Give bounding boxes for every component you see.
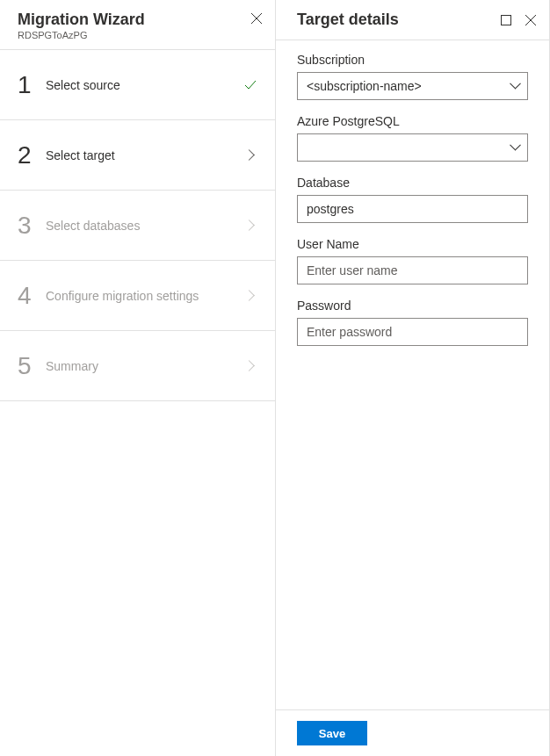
field-azure-postgresql: Azure PostgreSQL — [297, 114, 528, 162]
save-button[interactable]: Save — [297, 721, 367, 745]
field-username: User Name — [297, 237, 528, 284]
step-label: Select source — [46, 78, 257, 92]
password-label: Password — [297, 299, 528, 313]
wizard-step-select-databases[interactable]: 3 Select databases — [0, 191, 275, 261]
step-number: 5 — [18, 352, 46, 380]
step-label: Summary — [46, 359, 257, 373]
step-number: 4 — [18, 282, 46, 310]
azurepg-select[interactable] — [297, 133, 528, 162]
wizard-step-configure-migration[interactable]: 4 Configure migration settings — [0, 261, 275, 331]
target-form: Subscription Azure PostgreSQL Database U… — [276, 40, 549, 709]
database-input[interactable] — [297, 195, 528, 223]
wizard-steps: 1 Select source 2 Select target 3 Select… — [0, 49, 275, 401]
close-icon[interactable] — [250, 12, 263, 25]
details-panel: Target details Subscription Azure Postgr… — [276, 0, 550, 756]
wizard-header: Migration Wizard RDSPGToAzPG — [0, 0, 275, 49]
details-header: Target details — [276, 0, 549, 40]
chevron-right-icon — [243, 148, 257, 162]
subscription-input[interactable] — [297, 72, 528, 100]
subscription-label: Subscription — [297, 53, 528, 67]
field-subscription: Subscription — [297, 53, 528, 100]
header-icons — [500, 14, 537, 26]
details-footer: Save — [276, 709, 549, 756]
database-label: Database — [297, 176, 528, 190]
chevron-right-icon — [243, 359, 257, 373]
step-number: 2 — [18, 141, 46, 169]
password-input[interactable] — [297, 318, 528, 346]
step-label: Select databases — [46, 219, 257, 233]
step-number: 1 — [18, 71, 46, 99]
step-label: Select target — [46, 148, 257, 162]
subscription-select[interactable] — [297, 72, 528, 100]
field-password: Password — [297, 299, 528, 346]
maximize-icon[interactable] — [500, 14, 512, 26]
wizard-panel: Migration Wizard RDSPGToAzPG 1 Select so… — [0, 0, 276, 756]
wizard-step-summary[interactable]: 5 Summary — [0, 331, 275, 401]
azurepg-input[interactable] — [297, 133, 528, 162]
svg-rect-2 — [502, 15, 511, 25]
azurepg-label: Azure PostgreSQL — [297, 114, 528, 128]
chevron-right-icon — [243, 289, 257, 303]
username-input[interactable] — [297, 256, 528, 284]
step-number: 3 — [18, 212, 46, 240]
field-database: Database — [297, 176, 528, 223]
wizard-subtitle: RDSPGToAzPG — [18, 30, 261, 40]
checkmark-icon — [243, 78, 257, 92]
details-title: Target details — [297, 11, 500, 29]
step-label: Configure migration settings — [46, 289, 257, 303]
chevron-right-icon — [243, 219, 257, 233]
close-icon[interactable] — [525, 14, 537, 26]
wizard-step-select-source[interactable]: 1 Select source — [0, 50, 275, 120]
wizard-title: Migration Wizard — [18, 11, 261, 29]
username-label: User Name — [297, 237, 528, 251]
wizard-step-select-target[interactable]: 2 Select target — [0, 120, 275, 191]
